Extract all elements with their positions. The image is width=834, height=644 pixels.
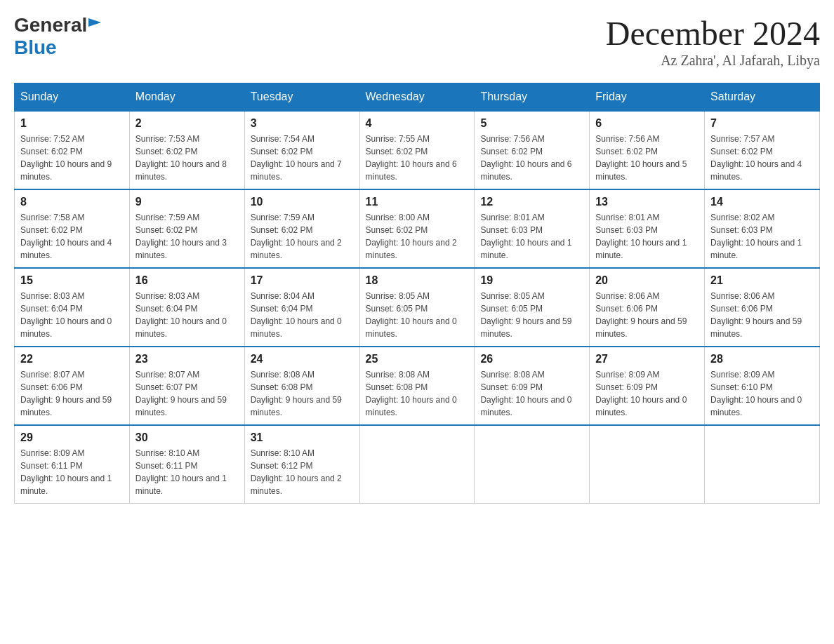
day-info: Sunrise: 8:08 AMSunset: 6:08 PMDaylight:… <box>366 368 469 419</box>
day-number: 16 <box>135 274 239 287</box>
calendar-cell: 20Sunrise: 8:06 AMSunset: 6:06 PMDayligh… <box>590 268 705 347</box>
day-info: Sunrise: 8:07 AMSunset: 6:06 PMDaylight:… <box>20 368 124 419</box>
calendar-header-row: SundayMondayTuesdayWednesdayThursdayFrid… <box>15 83 820 112</box>
day-number: 6 <box>595 117 699 130</box>
calendar-cell: 1Sunrise: 7:52 AMSunset: 6:02 PMDaylight… <box>15 111 130 189</box>
calendar-table: SundayMondayTuesdayWednesdayThursdayFrid… <box>14 83 820 504</box>
week-row-2: 8Sunrise: 7:58 AMSunset: 6:02 PMDaylight… <box>15 189 820 268</box>
day-number: 30 <box>135 431 239 444</box>
calendar-cell: 28Sunrise: 8:09 AMSunset: 6:10 PMDayligh… <box>705 347 820 425</box>
calendar-cell: 19Sunrise: 8:05 AMSunset: 6:05 PMDayligh… <box>475 268 590 347</box>
location-subtitle: Az Zahra', Al Jafarah, Libya <box>606 53 820 69</box>
day-number: 15 <box>20 274 124 287</box>
day-info: Sunrise: 8:10 AMSunset: 6:12 PMDaylight:… <box>251 447 354 497</box>
calendar-cell: 23Sunrise: 8:07 AMSunset: 6:07 PMDayligh… <box>129 347 244 425</box>
day-info: Sunrise: 8:09 AMSunset: 6:10 PMDaylight:… <box>710 368 814 419</box>
day-number: 13 <box>595 196 699 208</box>
day-number: 21 <box>710 274 814 287</box>
day-info: Sunrise: 8:10 AMSunset: 6:11 PMDaylight:… <box>135 447 239 497</box>
day-number: 10 <box>251 196 354 208</box>
calendar-cell: 24Sunrise: 8:08 AMSunset: 6:08 PMDayligh… <box>244 347 359 425</box>
calendar-cell <box>359 425 475 504</box>
day-number: 14 <box>710 196 814 208</box>
week-row-1: 1Sunrise: 7:52 AMSunset: 6:02 PMDaylight… <box>15 111 820 189</box>
calendar-cell: 21Sunrise: 8:06 AMSunset: 6:06 PMDayligh… <box>705 268 820 347</box>
day-info: Sunrise: 7:59 AMSunset: 6:02 PMDaylight:… <box>251 211 354 262</box>
day-info: Sunrise: 8:05 AMSunset: 6:05 PMDaylight:… <box>366 290 469 340</box>
calendar-cell: 4Sunrise: 7:55 AMSunset: 6:02 PMDaylight… <box>359 111 475 189</box>
calendar-cell: 9Sunrise: 7:59 AMSunset: 6:02 PMDaylight… <box>129 189 244 268</box>
calendar-cell: 18Sunrise: 8:05 AMSunset: 6:05 PMDayligh… <box>359 268 475 347</box>
day-number: 7 <box>710 117 814 130</box>
day-info: Sunrise: 8:08 AMSunset: 6:08 PMDaylight:… <box>251 368 354 419</box>
day-info: Sunrise: 7:59 AMSunset: 6:02 PMDaylight:… <box>135 211 239 262</box>
day-number: 3 <box>251 117 354 130</box>
calendar-header-sunday: Sunday <box>15 83 130 112</box>
day-number: 8 <box>20 196 124 208</box>
day-number: 9 <box>135 196 239 208</box>
day-number: 19 <box>480 274 583 287</box>
calendar-header-thursday: Thursday <box>475 83 590 112</box>
logo-flag-icon <box>88 18 101 32</box>
month-year-title: December 2024 <box>606 14 820 53</box>
day-number: 20 <box>595 274 699 287</box>
day-number: 5 <box>480 117 583 130</box>
calendar-cell: 14Sunrise: 8:02 AMSunset: 6:03 PMDayligh… <box>705 189 820 268</box>
calendar-cell: 3Sunrise: 7:54 AMSunset: 6:02 PMDaylight… <box>244 111 359 189</box>
calendar-cell: 13Sunrise: 8:01 AMSunset: 6:03 PMDayligh… <box>590 189 705 268</box>
day-number: 24 <box>251 353 354 365</box>
day-info: Sunrise: 8:03 AMSunset: 6:04 PMDaylight:… <box>20 290 124 340</box>
calendar-header-saturday: Saturday <box>705 83 820 112</box>
day-info: Sunrise: 7:53 AMSunset: 6:02 PMDaylight:… <box>135 133 239 183</box>
calendar-cell <box>475 425 590 504</box>
logo: General Blue <box>14 14 101 59</box>
day-number: 2 <box>135 117 239 130</box>
calendar-cell: 22Sunrise: 8:07 AMSunset: 6:06 PMDayligh… <box>15 347 130 425</box>
calendar-header-tuesday: Tuesday <box>244 83 359 112</box>
day-number: 1 <box>20 117 124 130</box>
day-number: 27 <box>595 353 699 365</box>
day-info: Sunrise: 8:07 AMSunset: 6:07 PMDaylight:… <box>135 368 239 419</box>
day-info: Sunrise: 8:01 AMSunset: 6:03 PMDaylight:… <box>480 211 583 262</box>
day-number: 11 <box>366 196 469 208</box>
logo-blue: Blue <box>14 36 101 59</box>
calendar-cell: 29Sunrise: 8:09 AMSunset: 6:11 PMDayligh… <box>15 425 130 504</box>
day-number: 12 <box>480 196 583 208</box>
calendar-header-friday: Friday <box>590 83 705 112</box>
day-number: 18 <box>366 274 469 287</box>
calendar-cell: 7Sunrise: 7:57 AMSunset: 6:02 PMDaylight… <box>705 111 820 189</box>
day-number: 17 <box>251 274 354 287</box>
day-info: Sunrise: 8:02 AMSunset: 6:03 PMDaylight:… <box>710 211 814 262</box>
day-number: 28 <box>710 353 814 365</box>
calendar-cell: 12Sunrise: 8:01 AMSunset: 6:03 PMDayligh… <box>475 189 590 268</box>
day-info: Sunrise: 8:03 AMSunset: 6:04 PMDaylight:… <box>135 290 239 340</box>
calendar-cell: 10Sunrise: 7:59 AMSunset: 6:02 PMDayligh… <box>244 189 359 268</box>
calendar-cell: 30Sunrise: 8:10 AMSunset: 6:11 PMDayligh… <box>129 425 244 504</box>
title-section: December 2024 Az Zahra', Al Jafarah, Lib… <box>606 14 820 69</box>
day-info: Sunrise: 8:08 AMSunset: 6:09 PMDaylight:… <box>480 368 583 419</box>
logo-general: General <box>14 14 87 36</box>
calendar-cell: 6Sunrise: 7:56 AMSunset: 6:02 PMDaylight… <box>590 111 705 189</box>
calendar-header-monday: Monday <box>129 83 244 112</box>
calendar-cell: 2Sunrise: 7:53 AMSunset: 6:02 PMDaylight… <box>129 111 244 189</box>
day-info: Sunrise: 8:01 AMSunset: 6:03 PMDaylight:… <box>595 211 699 262</box>
calendar-cell: 11Sunrise: 8:00 AMSunset: 6:02 PMDayligh… <box>359 189 475 268</box>
week-row-4: 22Sunrise: 8:07 AMSunset: 6:06 PMDayligh… <box>15 347 820 425</box>
day-info: Sunrise: 8:06 AMSunset: 6:06 PMDaylight:… <box>595 290 699 340</box>
day-info: Sunrise: 8:09 AMSunset: 6:11 PMDaylight:… <box>20 447 124 497</box>
day-info: Sunrise: 7:55 AMSunset: 6:02 PMDaylight:… <box>366 133 469 183</box>
day-number: 22 <box>20 353 124 365</box>
calendar-cell: 25Sunrise: 8:08 AMSunset: 6:08 PMDayligh… <box>359 347 475 425</box>
day-info: Sunrise: 8:04 AMSunset: 6:04 PMDaylight:… <box>251 290 354 340</box>
calendar-cell: 27Sunrise: 8:09 AMSunset: 6:09 PMDayligh… <box>590 347 705 425</box>
day-number: 23 <box>135 353 239 365</box>
calendar-cell: 16Sunrise: 8:03 AMSunset: 6:04 PMDayligh… <box>129 268 244 347</box>
day-info: Sunrise: 8:00 AMSunset: 6:02 PMDaylight:… <box>366 211 469 262</box>
calendar-cell: 26Sunrise: 8:08 AMSunset: 6:09 PMDayligh… <box>475 347 590 425</box>
calendar-cell: 8Sunrise: 7:58 AMSunset: 6:02 PMDaylight… <box>15 189 130 268</box>
week-row-3: 15Sunrise: 8:03 AMSunset: 6:04 PMDayligh… <box>15 268 820 347</box>
day-info: Sunrise: 8:09 AMSunset: 6:09 PMDaylight:… <box>595 368 699 419</box>
week-row-5: 29Sunrise: 8:09 AMSunset: 6:11 PMDayligh… <box>15 425 820 504</box>
day-info: Sunrise: 7:56 AMSunset: 6:02 PMDaylight:… <box>480 133 583 183</box>
calendar-cell: 17Sunrise: 8:04 AMSunset: 6:04 PMDayligh… <box>244 268 359 347</box>
